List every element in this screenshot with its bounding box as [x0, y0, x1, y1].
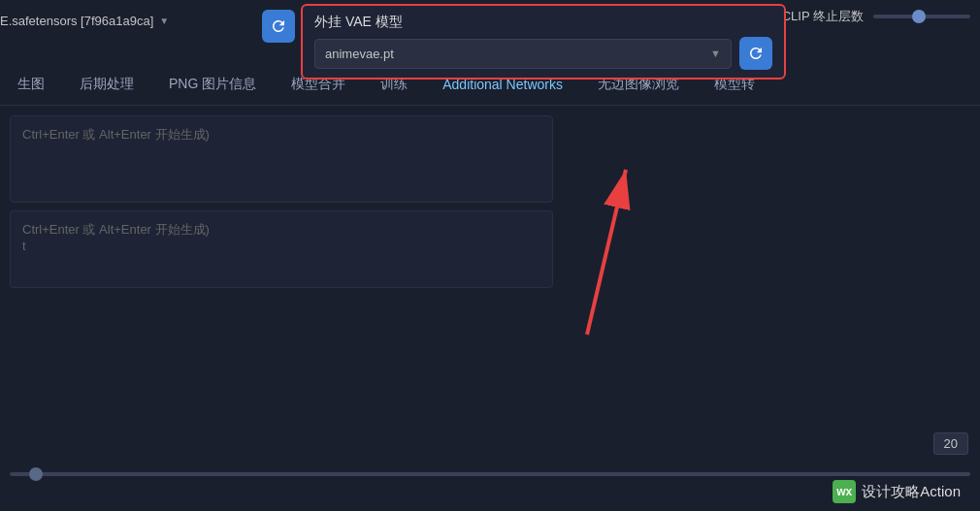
negative-prompt-extra: t: [22, 239, 26, 253]
vae-select-dropdown[interactable]: animevae.pt ▼: [314, 39, 732, 69]
positive-prompt-box[interactable]: Ctrl+Enter 或 Alt+Enter 开始生成): [10, 115, 553, 203]
vae-model-label: 外挂 VAE 模型: [314, 14, 772, 31]
watermark: wx 设计攻略Action: [833, 480, 961, 503]
model-dropdown-arrow: ▼: [159, 16, 169, 26]
clip-slider-track: [873, 15, 970, 18]
bottom-slider-thumb[interactable]: [29, 467, 43, 481]
vae-selected-value: animevae.pt: [325, 47, 710, 61]
vae-refresh-button[interactable]: [739, 37, 772, 70]
watermark-icon: wx: [833, 480, 856, 503]
vae-dropdown-arrow-icon: ▼: [710, 48, 721, 59]
vae-refresh-icon: [747, 45, 765, 62]
bottom-slider-track[interactable]: [10, 472, 970, 476]
tab-houqi[interactable]: 后期处理: [62, 66, 151, 105]
vae-model-box: 外挂 VAE 模型 animevae.pt ▼: [301, 4, 786, 80]
clip-label: CLIP 终止层数: [782, 8, 864, 25]
prompt-section: Ctrl+Enter 或 Alt+Enter 开始生成) Ctrl+Enter …: [0, 106, 980, 296]
bottom-slider-row: [0, 472, 980, 476]
model-refresh-button[interactable]: [262, 10, 295, 43]
clip-slider[interactable]: [873, 15, 970, 18]
vae-row: animevae.pt ▼: [314, 37, 772, 70]
number-badge: 20: [933, 432, 968, 455]
tab-shengtu[interactable]: 生图: [0, 66, 62, 105]
clip-slider-thumb[interactable]: [912, 10, 926, 23]
tab-png-info[interactable]: PNG 图片信息: [151, 66, 274, 105]
clip-section: CLIP 终止层数: [782, 8, 970, 25]
negative-prompt-placeholder: Ctrl+Enter 或 Alt+Enter 开始生成): [22, 222, 210, 237]
negative-prompt-box[interactable]: Ctrl+Enter 或 Alt+Enter 开始生成) t: [10, 210, 553, 288]
model-name-partial: E.safetensors [7f96a1a9ca]: [0, 14, 153, 28]
watermark-text: 设计攻略Action: [862, 483, 961, 501]
positive-prompt-placeholder: Ctrl+Enter 或 Alt+Enter 开始生成): [22, 127, 210, 142]
refresh-icon: [270, 17, 287, 35]
